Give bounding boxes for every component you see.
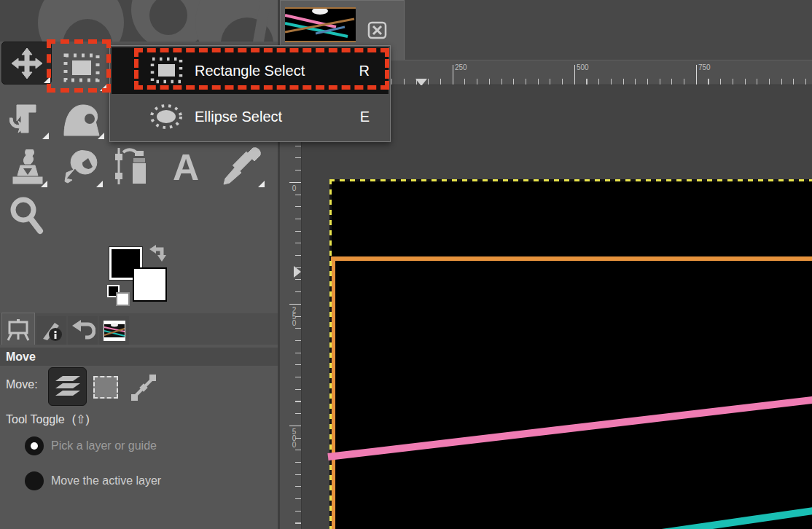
layers-icon	[54, 375, 82, 399]
tool-options-tab-icon	[6, 318, 31, 341]
menu-item-shortcut: E	[360, 109, 370, 125]
tool-group-indicator	[41, 181, 47, 187]
color-picker-tool-button[interactable]	[219, 144, 265, 188]
tab-undo-history[interactable]	[68, 316, 98, 345]
color-picker-tool-icon	[221, 146, 263, 186]
radio-move-active-layer-label: Move the active layer	[51, 474, 161, 487]
ellipse-select-icon	[149, 102, 183, 131]
airbrush-tool-icon	[113, 146, 154, 186]
move-mode-label: Move:	[6, 378, 38, 391]
orange-line-vertical	[332, 256, 335, 529]
tool-group-indicator	[100, 85, 106, 91]
tool-toggle-label: Tool Toggle(⇧)	[6, 412, 90, 426]
transform-tool-button[interactable]	[6, 98, 50, 140]
zoom-tool-icon	[8, 195, 46, 235]
radio-pick-layer[interactable]	[25, 436, 44, 455]
ruler-label: 250	[455, 63, 467, 71]
pointer-position-marker	[294, 266, 301, 278]
airbrush-tool-button[interactable]	[111, 144, 156, 188]
move-layer-mode-button[interactable]	[48, 367, 87, 406]
rectangle-select-tool-button[interactable]	[55, 44, 107, 92]
text-tool-button[interactable]: A	[165, 146, 207, 187]
clone-tool-button[interactable]	[7, 147, 48, 188]
move-path-mode-button[interactable]	[128, 372, 159, 403]
text-tool-icon: A	[167, 148, 205, 184]
ruler-label: 250	[290, 306, 297, 326]
tool-group-indicator	[44, 77, 50, 83]
menu-item-shortcut: R	[359, 63, 370, 79]
vertical-ruler[interactable]: 0 250 500	[280, 85, 302, 529]
menu-item-label: Ellipse Select	[195, 109, 360, 125]
path-icon	[129, 373, 158, 402]
clone-tool-icon	[10, 149, 45, 186]
move-tool-icon	[11, 47, 43, 79]
swap-colors-icon[interactable]	[149, 244, 168, 262]
tab-tool-options[interactable]	[1, 313, 35, 345]
canvas-image[interactable]	[329, 179, 812, 529]
canvas-viewport[interactable]	[302, 85, 812, 529]
rectangle-select-icon	[63, 52, 101, 83]
tool-group-indicator	[258, 181, 265, 187]
move-selection-mode-button[interactable]	[93, 376, 118, 399]
svg-text:A: A	[173, 148, 199, 184]
warp-tool-button[interactable]	[60, 98, 105, 140]
close-image-button[interactable]	[366, 20, 388, 40]
ruler-label: 0	[290, 184, 297, 191]
ruler-label: 500	[290, 428, 297, 447]
tab-images[interactable]	[99, 316, 129, 345]
move-tool-button[interactable]	[1, 42, 52, 85]
close-icon	[367, 21, 387, 39]
menu-item-label: Rectangle Select	[195, 63, 359, 79]
dock-tab-strip	[0, 313, 278, 345]
images-tab-icon	[102, 319, 127, 342]
gimp-window: A	[0, 0, 812, 529]
ruler-label: 500	[577, 63, 589, 71]
undo-history-tab-icon	[71, 320, 95, 342]
tool-group-indicator	[98, 133, 104, 139]
image-thumbnail	[285, 7, 356, 42]
background-color-swatch[interactable]	[133, 267, 167, 302]
default-colors-swatch-bg[interactable]	[116, 292, 130, 306]
menu-item-ellipse-select[interactable]: Ellipse Select E	[112, 94, 389, 139]
tool-group-indicator	[42, 133, 49, 139]
radio-pick-layer-label: Pick a layer or guide	[51, 439, 157, 452]
zoom-tool-button[interactable]	[6, 192, 48, 238]
radio-move-active-layer[interactable]	[25, 471, 44, 490]
layer-boundary-top	[329, 179, 812, 181]
tool-group-indicator	[96, 181, 103, 187]
tool-options-title: Move	[0, 348, 278, 366]
warp-tool-icon	[63, 101, 102, 137]
device-status-tab-icon	[40, 320, 63, 342]
smudge-tool-button[interactable]	[61, 146, 104, 188]
rectangle-select-icon	[149, 56, 183, 85]
tab-device-status[interactable]	[36, 316, 66, 345]
menu-item-rectangle-select[interactable]: Rectangle Select R	[112, 47, 389, 94]
ruler-label: 750	[698, 63, 711, 71]
transform-tool-icon	[9, 101, 46, 137]
orange-line-horizontal	[331, 256, 812, 261]
wilber-artwork	[0, 0, 278, 42]
tool-group-flyout-menu: Rectangle Select R Ellipse Select E	[109, 45, 391, 142]
tool-options-panel: Move Move: Tool Toggle(⇧)	[0, 345, 278, 529]
